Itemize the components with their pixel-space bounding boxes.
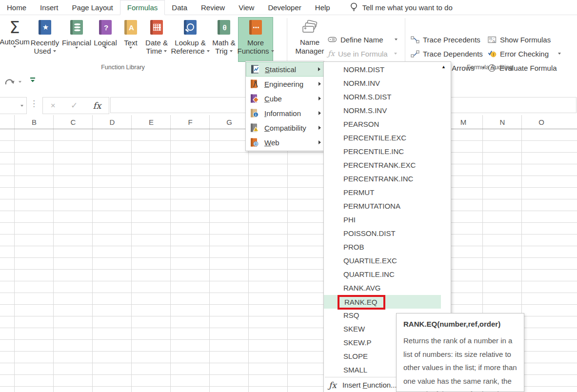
trace-dependents-button[interactable]: Trace Dependents [411, 48, 483, 59]
function-item-poisson.dist[interactable]: POISSON.DIST [324, 227, 441, 240]
category-item-compatibility[interactable]: !Compatibility [246, 120, 324, 135]
function-item-rank.eq[interactable]: RANK.EQ [324, 295, 441, 309]
column-header-D[interactable]: D [93, 115, 132, 129]
redo-icon[interactable] [4, 77, 16, 87]
name-manager-button[interactable]: Name Manager [292, 17, 328, 62]
recently-used-book-icon: ★ [39, 20, 51, 35]
column-header-G[interactable]: G [210, 115, 249, 129]
trace-precedents-icon [411, 36, 419, 43]
recently-used-button[interactable]: ★ Recently Used [28, 17, 61, 62]
tab-page-layout[interactable]: Page Layout [65, 0, 120, 15]
submenu-arrow-icon [318, 126, 321, 130]
column-header-C[interactable]: C [54, 115, 93, 129]
logical-button[interactable]: ? Logical [92, 17, 119, 62]
financial-book-icon [70, 20, 83, 35]
chevron-down-icon [53, 50, 56, 52]
function-item-norm.s.inv[interactable]: NORM.S.INV [324, 104, 441, 118]
function-item-norm.s.dist[interactable]: NORM.S.DIST [324, 90, 441, 104]
function-item-percentile.exc[interactable]: PERCENTILE.EXC [324, 131, 441, 145]
financial-button[interactable]: Financial [61, 17, 92, 62]
red-annotation-box: RANK.EQ [338, 295, 385, 310]
show-formulas-icon: 15 fx [488, 36, 497, 43]
submenu-arrow-icon [318, 140, 321, 144]
function-item-percentile.inc[interactable]: PERCENTILE.INC [324, 145, 441, 158]
tab-formulas[interactable]: Formulas [120, 0, 165, 15]
formula-bar-resize-handle[interactable]: ⋮ [30, 98, 38, 109]
chevron-down-icon [271, 50, 274, 52]
chevron-down-icon [230, 50, 233, 52]
tab-developer[interactable]: Developer [261, 0, 308, 15]
name-manager-icon [301, 20, 318, 36]
function-tooltip: RANK.EQ(number,ref,order) Returns the ra… [396, 313, 524, 392]
more-functions-button[interactable]: ••• More Functions [238, 17, 273, 62]
svg-text:!: ! [493, 52, 494, 57]
function-item-quartile.inc[interactable]: QUARTILE.INC [324, 268, 441, 281]
trace-precedents-button[interactable]: Trace Precedents [411, 34, 480, 45]
statistical-book-icon [250, 64, 260, 74]
cancel-icon[interactable]: × [51, 101, 56, 111]
trace-dependents-icon [411, 50, 419, 58]
function-item-quartile.exc[interactable]: QUARTILE.EXC [324, 254, 441, 268]
more-functions-menu: StatisticalEngineeringCubeiInformation!C… [245, 61, 324, 151]
column-header-O[interactable]: O [522, 115, 561, 129]
show-formulas-button[interactable]: 15 fx Show Formulas [488, 34, 551, 45]
lookup-reference-button[interactable]: Lookup & Reference [171, 17, 210, 62]
category-item-information[interactable]: iInformation [246, 106, 324, 120]
name-box-dropdown-icon[interactable] [20, 105, 23, 107]
category-item-statistical[interactable]: Statistical [246, 62, 324, 77]
cube-book-icon [250, 94, 259, 103]
function-item-prob[interactable]: PROB [324, 240, 441, 254]
category-item-label: Engineering [264, 80, 303, 88]
function-item-norm.inv[interactable]: NORM.INV [324, 77, 441, 90]
fx-icon: ƒx [329, 380, 337, 390]
function-item-percentrank.inc[interactable]: PERCENTRANK.INC [324, 172, 441, 186]
formula-auditing-group-label: Formula Auditing [467, 64, 513, 71]
compatibility-book-icon: ! [250, 123, 259, 133]
enter-icon[interactable]: ✓ [71, 100, 78, 111]
column-header-A[interactable]: A [0, 115, 15, 129]
function-item-permut[interactable]: PERMUT [324, 186, 441, 199]
autosum-button[interactable]: Σ AutoSum [1, 17, 28, 62]
group-separator [405, 18, 405, 63]
lightbulb-icon [350, 1, 358, 13]
submenu-arrow-icon [318, 97, 321, 100]
svg-text:15: 15 [489, 37, 492, 40]
category-item-cube[interactable]: Cube [246, 91, 324, 106]
define-name-button[interactable]: Define Name [328, 34, 398, 45]
category-item-label: Web [264, 138, 279, 147]
insert-function-fx-icon[interactable]: fx [93, 100, 101, 111]
define-name-tag-icon [328, 36, 337, 43]
tab-review[interactable]: Review [194, 0, 232, 15]
column-header-E[interactable]: E [132, 115, 171, 129]
text-book-icon: A [124, 20, 137, 35]
function-item-phi[interactable]: PHI [324, 213, 441, 227]
math-trig-button[interactable]: θ Math & Trig [210, 17, 238, 62]
text-button[interactable]: A Text [119, 17, 142, 62]
function-item-pearson[interactable]: PEARSON [324, 118, 441, 131]
category-item-web[interactable]: Web [246, 135, 324, 150]
tab-home[interactable]: Home [0, 0, 33, 15]
tab-insert[interactable]: Insert [33, 0, 65, 15]
tell-me-box[interactable]: Tell me what you want to do [350, 0, 453, 15]
tab-view[interactable]: View [232, 0, 261, 15]
column-header-N[interactable]: N [483, 115, 522, 129]
function-item-permutationa[interactable]: PERMUTATIONA [324, 199, 441, 213]
column-header-B[interactable]: B [15, 115, 54, 129]
chevron-down-icon [394, 53, 397, 55]
category-item-label: Statistical [265, 65, 296, 74]
tab-help[interactable]: Help [308, 0, 337, 15]
calendar-icon [153, 24, 161, 31]
column-header-P[interactable]: P [561, 115, 577, 129]
error-checking-button[interactable]: ! Error Checking [488, 48, 561, 59]
function-item-norm.dist[interactable]: NORM.DIST [324, 63, 441, 77]
tab-data[interactable]: Data [165, 0, 194, 15]
name-box[interactable] [0, 97, 27, 114]
function-item-percentrank.exc[interactable]: PERCENTRANK.EXC [324, 158, 441, 172]
redo-dropdown-chevron-icon[interactable] [19, 81, 21, 83]
column-header-F[interactable]: F [171, 115, 210, 129]
date-time-button[interactable]: Date & Time [142, 17, 171, 62]
customize-toolbar-icon[interactable] [29, 76, 36, 84]
function-item-rank.avg[interactable]: RANK.AVG [324, 281, 441, 295]
svg-text:!: ! [255, 128, 256, 132]
category-item-engineering[interactable]: Engineering [246, 77, 324, 91]
